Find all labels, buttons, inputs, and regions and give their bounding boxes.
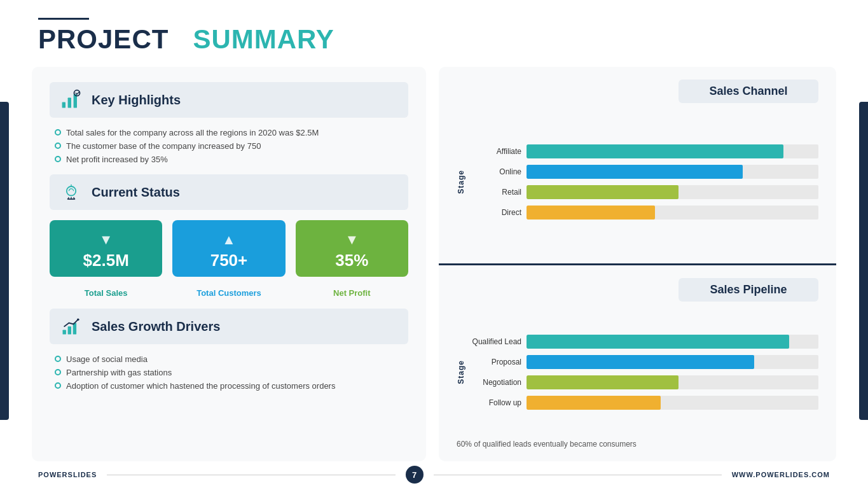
- net-profit-card: ▼ 35%: [296, 220, 408, 277]
- bar-row-affiliate: Affiliate: [471, 144, 818, 158]
- bar-row-direct: Direct: [471, 206, 818, 220]
- sales-channel-section: Sales Channel Stage Affiliate Online: [439, 67, 836, 265]
- bar-label: Negotiation: [471, 378, 521, 387]
- svg-rect-5: [63, 330, 66, 335]
- title-project: PROJECT: [38, 24, 169, 54]
- list-item: Net profit increased by 35%: [55, 155, 403, 164]
- svg-rect-1: [68, 98, 71, 108]
- bar-fill: [527, 375, 679, 389]
- svg-point-4: [67, 186, 76, 195]
- bullet-icon: [55, 382, 61, 389]
- total-customers-label: Total Customers: [172, 287, 285, 298]
- bar-row-proposal: Proposal: [471, 355, 818, 369]
- bar-track: [527, 185, 818, 199]
- title-summary: SUMMARY: [193, 24, 334, 54]
- main-content: Key Highlights Total sales for the compa…: [0, 60, 868, 461]
- list-item: Adoption of customer which hastened the …: [55, 381, 403, 391]
- footer-line-left: [107, 475, 395, 475]
- key-highlights-list: Total sales for the company across all t…: [50, 128, 408, 164]
- total-customers-value: 750+: [210, 251, 248, 270]
- footer-line-right: [434, 475, 722, 475]
- right-accent-bar: [859, 102, 868, 420]
- bar-label: Retail: [471, 188, 521, 197]
- bar-row-online: Online: [471, 165, 818, 179]
- bar-row-retail: Retail: [471, 185, 818, 199]
- sales-pipeline-y-label: Stage: [457, 360, 465, 384]
- status-icon: [59, 179, 84, 205]
- bar-track: [527, 165, 818, 179]
- header: PROJECT SUMMARY: [0, 0, 868, 60]
- bullet-icon: [55, 143, 61, 149]
- bar-label: Follow up: [471, 398, 521, 407]
- bar-row-qualified: Qualified Lead: [471, 335, 818, 349]
- header-line: [38, 18, 89, 20]
- up-arrow-icon: ▲: [222, 232, 236, 248]
- bar-fill: [527, 185, 679, 199]
- total-sales-value: $2.5M: [83, 251, 129, 270]
- current-status-title: Current Status: [92, 185, 180, 200]
- bar-label: Proposal: [471, 358, 521, 366]
- bar-row-followup: Follow up: [471, 396, 818, 410]
- pipeline-note: 60% of qualified leads eventually became…: [457, 440, 818, 449]
- sales-channel-chart: Stage Affiliate Online: [457, 113, 818, 250]
- right-panel: Sales Channel Stage Affiliate Online: [439, 67, 836, 461]
- bullet-icon: [55, 356, 61, 362]
- bullet-icon: [55, 129, 61, 136]
- bar-track: [527, 375, 818, 389]
- total-sales-card: ▼ $2.5M: [50, 220, 162, 277]
- total-sales-label: Total Sales: [50, 287, 162, 298]
- key-highlights-header: Key Highlights: [50, 82, 408, 118]
- sales-pipeline-title: Sales Pipeline: [679, 278, 818, 302]
- net-profit-label: Net Profit: [296, 287, 408, 298]
- bar-track: [527, 355, 818, 369]
- down-arrow-icon: ▼: [99, 232, 113, 248]
- page-container: PROJECT SUMMARY Key Highlights: [0, 0, 868, 488]
- sales-channel-title: Sales Channel: [679, 80, 818, 103]
- sales-pipeline-section: Sales Pipeline Stage Qualified Lead Prop…: [439, 265, 836, 461]
- bar-fill: [527, 165, 743, 179]
- bar-label: Online: [471, 167, 521, 176]
- left-accent-bar: [0, 102, 9, 420]
- bar-row-negotiation: Negotiation: [471, 375, 818, 389]
- footer: POWERSLIDES 7 WWW.POWERLIDES.COM: [0, 461, 868, 488]
- bar-track: [527, 396, 818, 410]
- chart-icon: [59, 87, 84, 113]
- list-item: Usage of social media: [55, 354, 403, 364]
- bullet-icon: [55, 156, 61, 162]
- sales-growth-list: Usage of social media Partnership with g…: [50, 354, 408, 391]
- bar-fill: [527, 144, 783, 158]
- bar-label: Direct: [471, 208, 521, 217]
- bar-track: [527, 144, 818, 158]
- sales-pipeline-chart: Stage Qualified Lead Proposal: [457, 312, 818, 433]
- key-highlights-title: Key Highlights: [92, 93, 181, 108]
- sales-channel-y-label: Stage: [457, 170, 465, 194]
- sales-growth-header: Sales Growth Drivers: [50, 309, 408, 344]
- net-profit-value: 35%: [335, 251, 368, 270]
- svg-rect-6: [68, 326, 71, 335]
- svg-point-8: [77, 319, 79, 321]
- bar-fill: [527, 206, 655, 220]
- left-panel: Key Highlights Total sales for the compa…: [32, 67, 426, 461]
- sales-growth-title: Sales Growth Drivers: [92, 319, 220, 334]
- bar-label: Affiliate: [471, 147, 521, 156]
- bullet-icon: [55, 369, 61, 375]
- bar-label: Qualified Lead: [471, 337, 521, 346]
- sales-pipeline-bars: Qualified Lead Proposal Ne: [471, 335, 818, 410]
- total-customers-card: ▲ 750+: [172, 220, 285, 277]
- growth-icon: [59, 314, 84, 339]
- list-item: Total sales for the company across all t…: [55, 128, 403, 137]
- bar-track: [527, 206, 818, 220]
- footer-page-number: 7: [406, 466, 424, 484]
- footer-url: WWW.POWERLIDES.COM: [732, 471, 830, 478]
- bar-track: [527, 335, 818, 349]
- bar-fill: [527, 335, 789, 349]
- status-cards: ▼ $2.5M ▲ 750+ ▼ 35%: [50, 220, 408, 277]
- list-item: The customer base of the company increas…: [55, 141, 403, 151]
- bar-fill: [527, 355, 754, 369]
- current-status-header: Current Status: [50, 174, 408, 210]
- down-arrow-icon2: ▼: [345, 232, 359, 248]
- svg-rect-0: [62, 102, 65, 108]
- list-item: Partnership with gas stations: [55, 368, 403, 377]
- footer-brand: POWERSLIDES: [38, 471, 97, 478]
- bar-fill: [527, 396, 661, 410]
